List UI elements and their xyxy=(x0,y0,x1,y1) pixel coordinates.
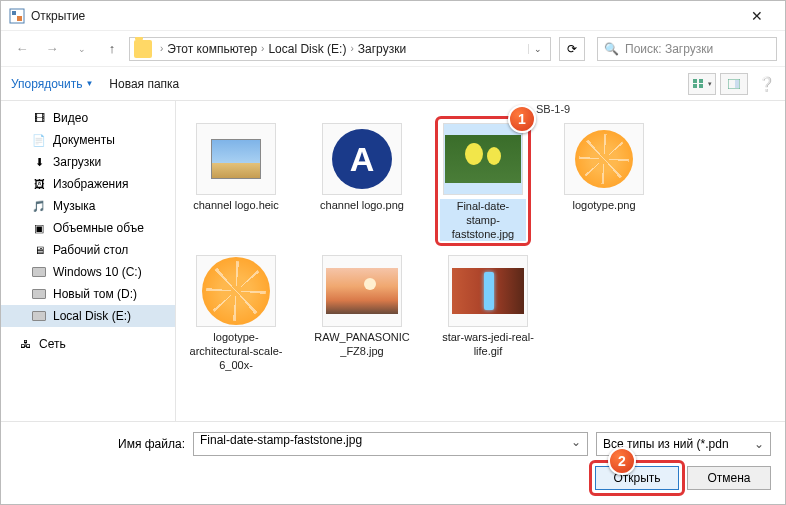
file-thumbnail xyxy=(443,123,523,195)
sidebar: 🎞Видео📄Документы⬇Загрузки🖼Изображения🎵Му… xyxy=(1,101,176,421)
sidebar-icon: 🖼 xyxy=(31,176,47,192)
file-list: channel logo.heicAchannel logo.pngFinal-… xyxy=(188,109,773,373)
annotation-badge-2: 2 xyxy=(608,447,636,475)
file-label: star-wars-jedi-real-life.gif xyxy=(440,331,536,359)
breadcrumb-item[interactable]: Local Disk (E:) xyxy=(268,42,346,56)
app-icon xyxy=(9,8,25,24)
dialog-body: 🎞Видео📄Документы⬇Загрузки🖼Изображения🎵Му… xyxy=(1,101,785,421)
file-thumbnail: A xyxy=(322,123,402,195)
window-title: Открытие xyxy=(31,9,737,23)
folder-icon xyxy=(134,40,152,58)
svg-rect-6 xyxy=(699,84,703,88)
sidebar-item-label: Документы xyxy=(53,133,115,147)
sidebar-item[interactable]: Новый том (D:) xyxy=(1,283,175,305)
footer: Имя файла: Final-date-stamp-faststone.jp… xyxy=(1,421,785,504)
file-label: logotype.png xyxy=(573,199,636,213)
sidebar-item[interactable]: 🎵Музыка xyxy=(1,195,175,217)
sidebar-item-label: Рабочий стол xyxy=(53,243,128,257)
filename-input[interactable]: Final-date-stamp-faststone.jpg xyxy=(193,432,588,456)
file-item[interactable]: Achannel logo.png xyxy=(314,123,410,241)
file-open-dialog: Открытие ✕ ← → ⌄ ↑ › Этот компьютер › Lo… xyxy=(0,0,786,505)
sidebar-item[interactable]: 📄Документы xyxy=(1,129,175,151)
chevron-right-icon: › xyxy=(160,43,163,54)
sidebar-icon: 🎵 xyxy=(31,198,47,214)
preview-pane-button[interactable] xyxy=(720,73,748,95)
sidebar-icon: 📄 xyxy=(31,132,47,148)
file-label: logotype-architectural-scale-6_00x-gigap… xyxy=(188,331,284,373)
file-item[interactable]: RAW_PANASONIC_FZ8.jpg xyxy=(314,255,410,373)
annotation-badge-1: 1 xyxy=(508,105,536,133)
file-label: channel logo.png xyxy=(320,199,404,213)
sidebar-item-label: Видео xyxy=(53,111,88,125)
sidebar-item[interactable]: 🎞Видео xyxy=(1,107,175,129)
sidebar-icon xyxy=(31,308,47,324)
sidebar-icon xyxy=(31,286,47,302)
view-mode-button[interactable] xyxy=(688,73,716,95)
sidebar-item[interactable]: Local Disk (E:) xyxy=(1,305,175,327)
forward-button[interactable]: → xyxy=(39,36,65,62)
sidebar-item[interactable]: 🖥Рабочий стол xyxy=(1,239,175,261)
titlebar: Открытие ✕ xyxy=(1,1,785,31)
sidebar-network[interactable]: 🖧Сеть xyxy=(1,333,175,355)
sidebar-item-label: Local Disk (E:) xyxy=(53,309,131,323)
close-button[interactable]: ✕ xyxy=(737,8,777,24)
file-thumbnail xyxy=(196,123,276,195)
file-item[interactable]: Final-date-stamp-faststone.jpg1 xyxy=(435,116,531,246)
filename-label: Имя файла: xyxy=(15,437,185,451)
search-icon: 🔍 xyxy=(604,42,619,56)
truncated-label: SB-1-9 xyxy=(536,103,570,115)
svg-rect-3 xyxy=(693,79,697,83)
svg-rect-2 xyxy=(17,16,22,21)
breadcrumb-item[interactable]: Этот компьютер xyxy=(167,42,257,56)
file-item[interactable]: logotype-architectural-scale-6_00x-gigap… xyxy=(188,255,284,373)
sidebar-item-label: Объемные объе xyxy=(53,221,144,235)
chevron-right-icon: › xyxy=(261,43,264,54)
file-label: channel logo.heic xyxy=(193,199,279,213)
open-button[interactable]: Открыть xyxy=(595,466,679,490)
sidebar-item[interactable]: ▣Объемные объе xyxy=(1,217,175,239)
search-input[interactable]: 🔍 Поиск: Загрузки xyxy=(597,37,777,61)
new-folder-button[interactable]: Новая папка xyxy=(109,77,179,91)
sidebar-icon: ⬇ xyxy=(31,154,47,170)
sidebar-icon xyxy=(31,264,47,280)
sidebar-item[interactable]: Windows 10 (C:) xyxy=(1,261,175,283)
sidebar-item[interactable]: 🖼Изображения xyxy=(1,173,175,195)
dialog-buttons: 2 Открыть Отмена xyxy=(15,466,771,490)
help-button[interactable]: ❔ xyxy=(758,76,775,92)
refresh-button[interactable]: ⟳ xyxy=(559,37,585,61)
svg-rect-4 xyxy=(699,79,703,83)
sidebar-item-label: Музыка xyxy=(53,199,95,213)
sidebar-item-label: Новый том (D:) xyxy=(53,287,137,301)
breadcrumb-item[interactable]: Загрузки xyxy=(358,42,406,56)
chevron-right-icon: › xyxy=(350,43,353,54)
nav-bar: ← → ⌄ ↑ › Этот компьютер › Local Disk (E… xyxy=(1,31,785,67)
file-content: SB-1-9 channel logo.heicAchannel logo.pn… xyxy=(176,101,785,421)
breadcrumb-dropdown[interactable]: ⌄ xyxy=(528,44,546,54)
file-thumbnail xyxy=(322,255,402,327)
file-thumbnail xyxy=(564,123,644,195)
sidebar-icon: 🖥 xyxy=(31,242,47,258)
file-item[interactable]: channel logo.heic xyxy=(188,123,284,241)
file-item[interactable]: logotype.png xyxy=(556,123,652,241)
file-label: RAW_PANASONIC_FZ8.jpg xyxy=(314,331,410,359)
sidebar-item-label: Изображения xyxy=(53,177,128,191)
toolbar: Упорядочить▼ Новая папка ❔ xyxy=(1,67,785,101)
sidebar-item-label: Windows 10 (C:) xyxy=(53,265,142,279)
sidebar-icon: ▣ xyxy=(31,220,47,236)
file-thumbnail xyxy=(196,255,276,327)
open-highlight: 2 Открыть xyxy=(589,460,685,496)
cancel-button[interactable]: Отмена xyxy=(687,466,771,490)
file-item[interactable]: star-wars-jedi-real-life.gif xyxy=(440,255,536,373)
network-icon: 🖧 xyxy=(17,336,33,352)
breadcrumb[interactable]: › Этот компьютер › Local Disk (E:) › Заг… xyxy=(129,37,551,61)
file-thumbnail xyxy=(448,255,528,327)
up-button[interactable]: ↑ xyxy=(99,36,125,62)
sidebar-item[interactable]: ⬇Загрузки xyxy=(1,151,175,173)
recent-dropdown[interactable]: ⌄ xyxy=(69,36,95,62)
back-button[interactable]: ← xyxy=(9,36,35,62)
sidebar-item-label: Загрузки xyxy=(53,155,101,169)
organize-menu[interactable]: Упорядочить▼ xyxy=(11,77,93,91)
svg-rect-1 xyxy=(12,11,16,15)
file-label: Final-date-stamp-faststone.jpg xyxy=(440,199,526,241)
sidebar-icon: 🎞 xyxy=(31,110,47,126)
